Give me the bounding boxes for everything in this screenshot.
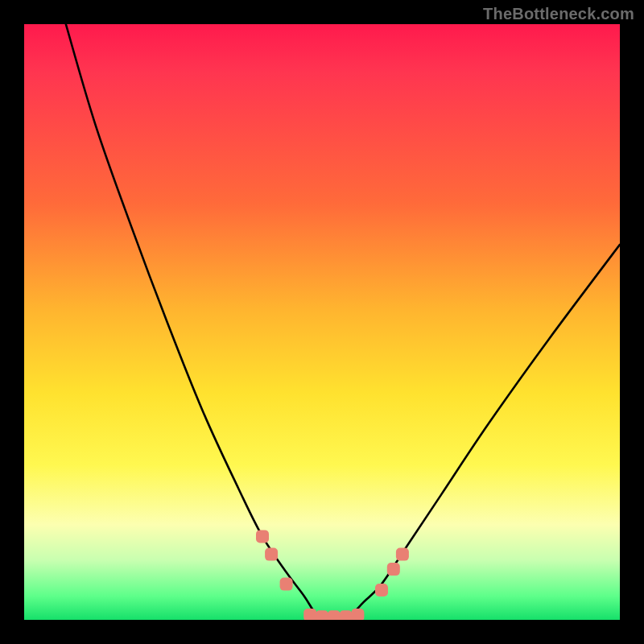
curve-marker: [265, 548, 278, 561]
series-group: [66, 24, 620, 620]
chart-frame: TheBottleneck.com: [0, 0, 644, 644]
bottleneck-curve: [66, 24, 620, 620]
curve-marker: [256, 530, 269, 543]
curve-layer: [24, 24, 620, 620]
curve-marker: [375, 584, 388, 597]
curve-marker: [303, 609, 316, 620]
curve-marker: [316, 610, 328, 620]
curve-marker: [340, 610, 353, 620]
curve-marker: [396, 548, 409, 561]
plot-area: [24, 24, 620, 620]
curve-marker: [280, 578, 293, 591]
curve-marker: [351, 609, 364, 620]
curve-marker: [328, 610, 341, 620]
watermark-text: TheBottleneck.com: [483, 5, 634, 23]
curve-marker: [387, 563, 400, 576]
markers-group: [256, 530, 409, 620]
